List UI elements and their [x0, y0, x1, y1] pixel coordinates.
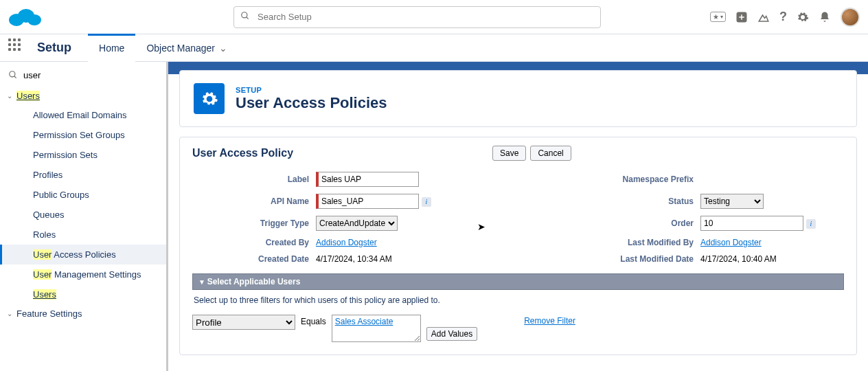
created-date-label: Created Date: [192, 254, 316, 264]
global-search-input[interactable]: [233, 6, 601, 28]
filter-help-text: Select up to three filters for which use…: [192, 290, 844, 311]
tree-node-users[interactable]: ⌄Users: [0, 87, 166, 105]
created-by-link[interactable]: Addison Dogster: [316, 238, 377, 247]
save-button[interactable]: Save: [492, 146, 526, 161]
namespace-prefix-label: Namespace Prefix: [529, 175, 700, 184]
sidebar-item-profiles[interactable]: Profiles: [0, 165, 166, 185]
last-modified-date-label: Last Modified Date: [529, 254, 700, 264]
content-area: SETUP User Access Policies User Access P…: [168, 62, 868, 371]
filter-operator-label: Equals: [301, 315, 326, 326]
created-date-value: 4/17/2024, 10:34 AM: [316, 254, 529, 264]
api-name-label: API Name: [192, 196, 316, 206]
label-input[interactable]: [316, 172, 419, 187]
panel-title: User Access Policy: [192, 147, 293, 159]
status-select[interactable]: Testing: [700, 194, 764, 209]
svg-line-4: [247, 16, 249, 19]
order-label: Order: [529, 218, 700, 228]
status-label: Status: [529, 196, 700, 206]
cancel-button[interactable]: Cancel: [530, 146, 571, 161]
page-header: SETUP User Access Policies: [179, 70, 857, 127]
api-name-input[interactable]: [316, 194, 419, 209]
tree-node-feature-settings[interactable]: ⌄Feature Settings: [0, 304, 166, 323]
sidebar-item-user-access-policies[interactable]: User Access Policies: [0, 245, 166, 265]
trigger-type-select[interactable]: CreateAndUpdate: [316, 216, 398, 231]
bell-icon[interactable]: [819, 11, 831, 23]
order-input[interactable]: [700, 216, 803, 231]
salesforce-logo: [8, 6, 41, 28]
setup-nav-bar: Setup Home Object Manager⌄: [0, 34, 868, 62]
label-field-label: Label: [192, 175, 316, 184]
sidebar-item-permission-set-groups[interactable]: Permission Set Groups: [0, 125, 166, 145]
add-icon[interactable]: [735, 11, 748, 23]
chevron-down-icon: ⌄: [219, 43, 227, 54]
global-header: ★▾ ?: [0, 0, 868, 34]
last-modified-by-label: Last Modified By: [529, 238, 700, 247]
gear-icon[interactable]: [797, 11, 809, 23]
trailhead-icon[interactable]: [757, 11, 770, 23]
created-by-label: Created By: [192, 238, 316, 247]
svg-point-3: [242, 12, 247, 17]
sidebar-item-queues[interactable]: Queues: [0, 205, 166, 225]
last-modified-by-link[interactable]: Addison Dogster: [700, 238, 762, 247]
add-values-button[interactable]: Add Values: [426, 327, 478, 341]
quick-find-input[interactable]: [23, 70, 158, 80]
svg-line-7: [14, 76, 16, 78]
svg-point-2: [27, 14, 41, 25]
sidebar-item-permission-sets[interactable]: Permission Sets: [0, 145, 166, 165]
filter-value-input[interactable]: Sales Associate: [332, 315, 421, 342]
last-modified-date-value: 4/17/2024, 10:40 AM: [700, 254, 845, 264]
page-title: User Access Policies: [236, 94, 387, 112]
tab-home[interactable]: Home: [88, 34, 135, 62]
help-icon[interactable]: ?: [779, 10, 787, 24]
setup-tree-sidebar: ⌄Users Allowed Email Domains Permission …: [0, 62, 168, 371]
gear-icon: [194, 83, 225, 114]
page-header-pretitle: SETUP: [236, 86, 387, 94]
search-icon: [8, 70, 18, 82]
select-applicable-users-section[interactable]: Select Applicable Users: [192, 273, 844, 290]
app-launcher-icon[interactable]: [8, 38, 27, 58]
sidebar-item-users[interactable]: Users: [0, 284, 166, 304]
remove-filter-link[interactable]: Remove Filter: [524, 315, 575, 326]
svg-point-6: [10, 71, 15, 77]
tab-object-manager[interactable]: Object Manager⌄: [135, 34, 238, 62]
trigger-type-label: Trigger Type: [192, 218, 316, 228]
sidebar-item-public-groups[interactable]: Public Groups: [0, 185, 166, 205]
sidebar-item-roles[interactable]: Roles: [0, 225, 166, 245]
app-name-setup: Setup: [37, 41, 71, 55]
favorites-button[interactable]: ★▾: [710, 12, 726, 22]
search-icon: [240, 11, 250, 23]
info-icon[interactable]: i: [806, 219, 816, 229]
sidebar-item-user-management-settings[interactable]: User Management Settings: [0, 265, 166, 284]
sidebar-item-allowed-email-domains[interactable]: Allowed Email Domains: [0, 105, 166, 125]
filter-field-select[interactable]: Profile: [192, 315, 295, 330]
avatar[interactable]: [841, 8, 860, 27]
user-access-policy-panel: User Access Policy Save Cancel Label Nam…: [179, 137, 857, 355]
info-icon[interactable]: i: [422, 197, 431, 207]
